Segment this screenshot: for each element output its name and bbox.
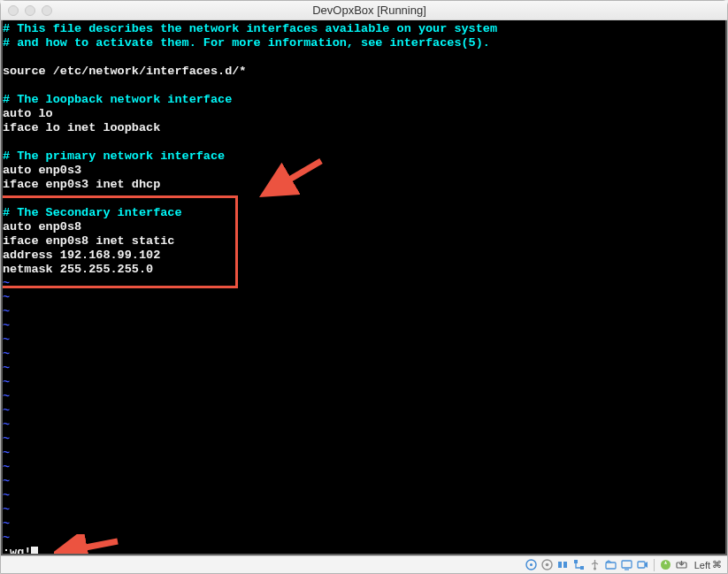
terminal-line: ~ — [3, 432, 725, 447]
terminal-line: ~ — [3, 517, 725, 532]
svg-rect-14 — [638, 562, 645, 568]
terminal-line: iface enp0s8 inet static — [3, 234, 725, 249]
usb-icon[interactable] — [588, 558, 602, 571]
terminal-line: # The Secondary interface — [3, 206, 725, 220]
terminal-line: iface enp0s3 inet dhcp — [3, 178, 725, 192]
terminal-content: # This file describes the network interf… — [3, 20, 725, 555]
terminal-line — [3, 50, 725, 65]
terminal-line: ~ — [3, 333, 725, 348]
vim-command-line[interactable]: :wq! — [3, 546, 725, 555]
window-title: DevOpxBox [Running] — [63, 4, 676, 17]
network-icon[interactable] — [572, 558, 586, 571]
terminal-line: ~ — [3, 277, 725, 291]
hard-disk-icon[interactable] — [525, 558, 538, 571]
svg-point-3 — [530, 563, 533, 566]
terminal-line: ~ — [3, 390, 725, 404]
vm-statusbar: Left ⌘ — [1, 555, 727, 573]
svg-rect-11 — [606, 563, 616, 569]
terminal-line: ~ — [3, 532, 725, 546]
svg-rect-9 — [580, 566, 584, 570]
optical-drive-icon[interactable] — [540, 558, 554, 571]
terminal-line: ~ — [3, 489, 725, 503]
terminal-line: netmask 255.255.255.0 — [3, 263, 725, 277]
terminal-line: ~ — [3, 503, 725, 517]
display-icon[interactable] — [620, 558, 633, 571]
recording-icon[interactable] — [636, 558, 649, 571]
terminal-line: ~ — [3, 362, 725, 376]
terminal-line: ~ — [3, 418, 725, 432]
terminal-line: # and how to activate them. For more inf… — [3, 36, 725, 50]
terminal-line: ~ — [3, 291, 725, 305]
terminal-line: auto enp0s3 — [3, 164, 725, 178]
mouse-integration-icon[interactable] — [659, 558, 672, 571]
zoom-button[interactable] — [42, 5, 52, 16]
vm-window: DevOpxBox [Running] # This file describe… — [0, 0, 728, 574]
traffic-lights — [8, 5, 52, 16]
svg-rect-8 — [574, 560, 578, 563]
minimize-button[interactable] — [25, 5, 35, 16]
terminal-line: ~ — [3, 475, 725, 489]
terminal-line: ~ — [3, 447, 725, 461]
titlebar[interactable]: DevOpxBox [Running] — [1, 1, 727, 20]
svg-point-5 — [545, 563, 548, 567]
svg-rect-7 — [563, 562, 567, 568]
svg-rect-6 — [558, 562, 562, 568]
terminal-line: ~ — [3, 305, 725, 319]
cursor-icon — [31, 547, 38, 555]
terminal-line: # The primary network interface — [3, 149, 725, 164]
shared-folders-icon[interactable] — [604, 558, 617, 571]
terminal-line: auto enp0s8 — [3, 220, 725, 234]
statusbar-separator — [654, 559, 655, 571]
host-key-indicator[interactable]: Left ⌘ — [694, 559, 722, 570]
terminal-line: ~ — [3, 319, 725, 333]
terminal-line: ~ — [3, 461, 725, 475]
svg-rect-12 — [622, 561, 632, 568]
keyboard-arrow-icon[interactable] — [675, 558, 688, 571]
terminal-line: ~ — [3, 348, 725, 362]
terminal-line: auto lo — [3, 107, 725, 121]
terminal-line: # The loopback network interface — [3, 93, 725, 107]
terminal-line: ~ — [3, 404, 725, 418]
close-button[interactable] — [8, 5, 19, 16]
terminal-line: address 192.168.99.102 — [3, 249, 725, 263]
terminal-viewport[interactable]: # This file describes the network interf… — [1, 20, 727, 555]
audio-icon[interactable] — [556, 558, 570, 571]
terminal-line: source /etc/network/interfaces.d/* — [3, 65, 725, 79]
terminal-line — [3, 192, 725, 206]
terminal-line: ~ — [3, 376, 725, 390]
terminal-line: iface lo inet loopback — [3, 121, 725, 135]
terminal-line: # This file describes the network interf… — [3, 22, 725, 36]
terminal-line — [3, 79, 725, 93]
svg-point-10 — [594, 568, 596, 570]
terminal-line — [3, 135, 725, 149]
